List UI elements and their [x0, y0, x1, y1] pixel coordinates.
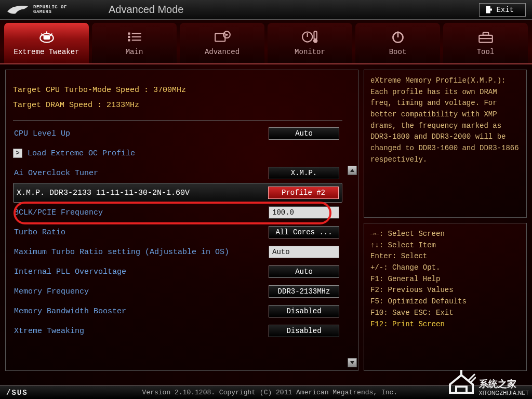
row-label: X.M.P. DDR3-2133 11-11-11-30-2N-1.60V: [14, 189, 268, 197]
key-legend: →←: Select Screen↑↓: Select ItemEnter: S…: [364, 223, 527, 371]
svg-rect-9: [131, 36, 141, 37]
setting-row[interactable]: Xtreme TweakingDisabled: [13, 321, 342, 341]
key-hint: Enter: Select: [370, 251, 520, 262]
rog-eye-icon: [6, 4, 29, 16]
setting-row[interactable]: Maximum Turbo Ratio setting (Adjustable …: [13, 242, 342, 262]
svg-rect-15: [314, 31, 316, 39]
tab-label: Boot: [389, 48, 407, 56]
svg-rect-20: [483, 33, 488, 35]
tab-label: Main: [126, 48, 143, 56]
key-hint: ↑↓: Select Item: [370, 240, 520, 251]
row-value[interactable]: Disabled: [269, 305, 339, 317]
chevron-right-icon: >: [13, 149, 22, 158]
settings-list: Target CPU Turbo-Mode Speed : 3700MHz Ta…: [6, 70, 347, 370]
gear-icon: [214, 30, 231, 44]
svg-rect-10: [131, 39, 141, 41]
asus-logo: /SUS: [6, 389, 28, 397]
exit-icon: [486, 6, 492, 14]
tab-label: Extreme Tweaker: [14, 48, 79, 56]
row-value[interactable]: 100.0: [269, 206, 339, 219]
row-label: Internal PLL Overvoltage: [13, 268, 269, 276]
scroll-down-button[interactable]: [348, 358, 357, 367]
row-value[interactable]: Auto: [269, 265, 339, 278]
help-text: eXtreme Memory Profile(X.M.P.): Each pro…: [364, 70, 527, 218]
tab-tool[interactable]: Tool: [443, 23, 528, 63]
scroll-up-button[interactable]: [348, 166, 357, 175]
row-value[interactable]: DDR3-2133MHz: [269, 285, 339, 298]
thermo-icon: [301, 30, 319, 44]
row-label: Xtreme Tweaking: [13, 327, 269, 336]
setting-row[interactable]: Internal PLL OvervoltageAuto: [13, 262, 342, 282]
setting-row[interactable]: Turbo RatioAll Cores ...: [13, 222, 342, 242]
svg-point-13: [225, 34, 228, 36]
exit-label: Exit: [496, 6, 514, 14]
svg-rect-8: [131, 33, 141, 34]
header: REPUBLIC OF GAMERS Advanced Mode Exit: [0, 0, 532, 20]
watermark-text-url: XITONGZHIJIA.NET: [479, 390, 529, 396]
watermark-icon: [447, 370, 476, 396]
settings-panel: Target CPU Turbo-Mode Speed : 3700MHz Ta…: [5, 70, 358, 371]
tab-extreme-tweaker[interactable]: Extreme Tweaker: [4, 23, 89, 63]
row-label: Memory Bandwidth Booster: [13, 307, 269, 316]
row-label: CPU Level Up: [13, 129, 269, 138]
row-value[interactable]: All Cores ...: [269, 226, 339, 238]
main-area: Target CPU Turbo-Mode Speed : 3700MHz Ta…: [0, 64, 532, 371]
exit-button[interactable]: Exit: [479, 3, 526, 17]
key-hint: +/-: Change Opt.: [370, 262, 520, 274]
key-hint: F2: Previous Values: [370, 285, 520, 296]
setting-row[interactable]: >Load Extreme OC Profile: [13, 143, 342, 163]
power-icon: [389, 30, 407, 44]
row-label: Maximum Turbo Ratio setting (Adjustable …: [13, 248, 269, 257]
svg-rect-1: [43, 35, 50, 40]
tab-label: Monitor: [295, 48, 325, 56]
footer-text: Version 2.10.1208. Copyright (C) 2011 Am…: [142, 389, 397, 396]
setting-row[interactable]: X.M.P. DDR3-2133 11-11-11-30-2N-1.60VPro…: [13, 183, 342, 203]
row-value[interactable]: X.M.P.: [269, 167, 339, 179]
row-value[interactable]: Auto: [269, 246, 339, 258]
svg-rect-7: [128, 39, 130, 41]
key-hint: F5: Optimized Defaults: [370, 296, 520, 308]
setting-row[interactable]: Ai Overclock TunerX.M.P.: [13, 163, 342, 183]
mode-title: Advanced Mode: [109, 4, 184, 16]
rog-brand-text: REPUBLIC OF GAMERS: [33, 5, 67, 15]
side-panel: eXtreme Memory Profile(X.M.P.): Each pro…: [364, 70, 527, 371]
tab-bar: Extreme TweakerMainAdvancedMonitorBootTo…: [0, 20, 532, 64]
row-label: BCLK/PCIE Frequency: [13, 208, 269, 217]
key-hint: F10: Save ESC: Exit: [370, 308, 520, 319]
svg-rect-6: [128, 36, 130, 38]
tab-boot[interactable]: Boot: [355, 23, 440, 63]
key-hint: →←: Select Screen: [370, 229, 520, 240]
toolbox-icon: [477, 30, 495, 44]
tab-advanced[interactable]: Advanced: [180, 23, 264, 63]
target-dram: Target DRAM Speed : 2133MHz: [13, 98, 342, 113]
setting-row[interactable]: BCLK/PCIE Frequency100.0: [13, 203, 342, 222]
tab-label: Advanced: [205, 48, 240, 56]
list-icon: [126, 30, 143, 44]
chip-icon: [38, 30, 56, 44]
divider: [13, 120, 342, 121]
target-cpu: Target CPU Turbo-Mode Speed : 3700MHz: [13, 83, 342, 98]
setting-row[interactable]: Memory Bandwidth BoosterDisabled: [13, 301, 342, 321]
svg-rect-5: [128, 33, 130, 35]
setting-row[interactable]: Memory FrequencyDDR3-2133MHz: [13, 282, 342, 301]
row-value[interactable]: Profile #2: [268, 187, 339, 199]
watermark-text-cn: 系统之家: [479, 378, 529, 390]
scrollbar[interactable]: [347, 70, 358, 370]
watermark: 系统之家 XITONGZHIJIA.NET: [447, 370, 529, 396]
svg-point-16: [313, 38, 317, 43]
row-label: Memory Frequency: [13, 287, 269, 296]
tab-monitor[interactable]: Monitor: [268, 23, 352, 63]
row-label: Load Extreme OC Profile: [26, 149, 342, 158]
tab-label: Tool: [477, 48, 495, 56]
row-value[interactable]: Auto: [269, 127, 339, 140]
key-hint: F1: General Help: [370, 274, 520, 285]
row-label: Turbo Ratio: [13, 228, 269, 237]
row-label: Ai Overclock Tuner: [13, 169, 269, 178]
row-value[interactable]: Disabled: [269, 325, 339, 337]
tab-main[interactable]: Main: [92, 23, 177, 63]
rog-logo: REPUBLIC OF GAMERS: [6, 4, 67, 16]
key-hint-f12: F12: Print Screen: [370, 319, 520, 330]
setting-row[interactable]: CPU Level UpAuto: [13, 124, 342, 143]
